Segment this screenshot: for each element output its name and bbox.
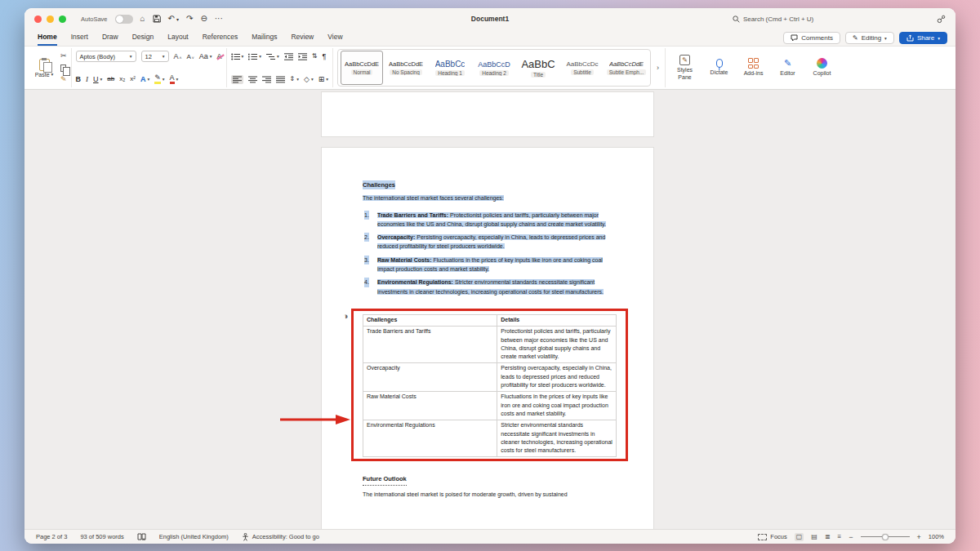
- grow-font-icon: A: [174, 52, 179, 60]
- paste-button[interactable]: Paste▾: [32, 59, 56, 78]
- tab-view[interactable]: View: [327, 33, 342, 46]
- autosave-toggle[interactable]: [115, 15, 133, 24]
- line-spacing-button[interactable]: ⇕▾: [290, 76, 299, 82]
- bold-button[interactable]: B: [76, 76, 82, 83]
- tab-mailings[interactable]: Mailings: [252, 33, 277, 46]
- redo-icon[interactable]: ↷: [186, 15, 193, 23]
- format-painter-icon[interactable]: ✎: [60, 76, 67, 83]
- more-commands-icon[interactable]: ···: [215, 15, 223, 23]
- shrink-font-button[interactable]: A˅: [186, 53, 194, 60]
- copilot-margin-icon[interactable]: ◑: [343, 312, 349, 321]
- highlight-button[interactable]: ✎▾: [154, 74, 164, 84]
- editing-mode-dropdown[interactable]: ✎ Editing ▾: [845, 32, 894, 44]
- save-icon[interactable]: [153, 15, 161, 23]
- share-button[interactable]: Share ▾: [899, 32, 947, 44]
- increase-indent-button[interactable]: [298, 53, 307, 60]
- cut-icon[interactable]: ✂: [60, 52, 67, 60]
- font-color-button[interactable]: A▾: [170, 74, 179, 84]
- clear-formatting-icon[interactable]: A: [217, 53, 222, 60]
- align-left-button[interactable]: [231, 75, 243, 84]
- view-outline-button[interactable]: ≡: [838, 534, 842, 540]
- bullets-button[interactable]: ▾: [231, 53, 244, 60]
- editor-button[interactable]: ✎ Editor: [773, 58, 803, 77]
- share-presence-icon[interactable]: [937, 15, 946, 24]
- print-icon[interactable]: ⊖: [200, 15, 207, 23]
- accessibility-status[interactable]: Accessibility: Good to go: [242, 533, 319, 541]
- language-indicator[interactable]: English (United Kingdom): [159, 533, 229, 540]
- proofing-icon[interactable]: [137, 533, 146, 540]
- styles-group: AaBbCcDdE Normal AaBbCcDdE No Spacing Aa…: [333, 48, 666, 87]
- zoom-window-button[interactable]: [59, 16, 66, 23]
- page-indicator[interactable]: Page 2 of 3: [36, 533, 67, 540]
- tab-home[interactable]: Home: [38, 33, 57, 46]
- style-normal[interactable]: AaBbCcDdE Normal: [341, 51, 383, 85]
- view-print-layout-button[interactable]: ▢: [795, 533, 804, 541]
- numbering-button[interactable]: ▾: [248, 53, 261, 60]
- view-read-mode-button[interactable]: ▤: [811, 534, 817, 540]
- text-effects-icon: A: [140, 76, 146, 83]
- add-ins-button[interactable]: Add-ins: [738, 58, 768, 77]
- dictate-button[interactable]: Dictate: [704, 59, 734, 76]
- text-effects-button[interactable]: A▾: [140, 76, 149, 83]
- shading-button[interactable]: ◇▾: [304, 76, 314, 83]
- undo-button[interactable]: ↶ ▾: [168, 15, 179, 23]
- search-input[interactable]: Search (Cmd + Ctrl + U): [733, 16, 855, 23]
- document-canvas[interactable]: Challenges The international steel marke…: [24, 90, 956, 529]
- decrease-indent-button[interactable]: [284, 53, 293, 60]
- paragraph-group: ▾ ▾ ▾ ⇅ ¶: [227, 48, 333, 87]
- tab-insert[interactable]: Insert: [71, 33, 88, 46]
- tab-layout[interactable]: Layout: [167, 33, 189, 46]
- tab-review[interactable]: Review: [291, 33, 314, 46]
- copilot-button[interactable]: Copilot: [807, 58, 837, 77]
- zoom-out-button[interactable]: −: [849, 533, 853, 541]
- minimize-window-button[interactable]: [47, 16, 54, 23]
- font-name-combobox[interactable]: Aptos (Body) ▾: [76, 51, 136, 62]
- copy-icon[interactable]: [60, 64, 66, 72]
- zoom-slider[interactable]: [861, 536, 910, 537]
- show-formatting-marks-icon[interactable]: ¶: [323, 53, 327, 60]
- superscript-button[interactable]: x²: [130, 76, 136, 82]
- multilevel-list-button[interactable]: ▾: [266, 53, 279, 60]
- zoom-level[interactable]: 100%: [929, 533, 944, 540]
- comments-button[interactable]: Comments: [783, 32, 840, 44]
- style-heading-2[interactable]: AaBbCcD Heading 2: [473, 51, 515, 85]
- style-subtitle[interactable]: AaBbCcDc Subtitle: [561, 51, 604, 85]
- tab-draw[interactable]: Draw: [102, 33, 118, 46]
- challenges-list: 1. Trade Barriers and Tariffs:Protection…: [363, 211, 612, 296]
- styles-gallery-more-icon[interactable]: ›: [655, 64, 661, 72]
- style-heading-1[interactable]: AaBbCc Heading 1: [429, 51, 471, 85]
- focus-mode-button[interactable]: Focus: [758, 533, 786, 540]
- zoom-in-button[interactable]: +: [917, 533, 921, 541]
- style-subtle-emphasis[interactable]: AaBbCcDdE Subtle Emph...: [605, 51, 648, 85]
- paste-icon: [39, 59, 50, 71]
- sort-icon[interactable]: ⇅: [312, 53, 318, 60]
- change-case-icon: Aa: [199, 53, 208, 60]
- table-cell: Stricter environmental standards necessi…: [497, 420, 617, 457]
- style-title[interactable]: AaBbC Title: [517, 51, 559, 85]
- page-2[interactable]: Challenges The international steel marke…: [321, 147, 654, 529]
- home-icon[interactable]: ⌂: [140, 15, 145, 23]
- word-count[interactable]: 93 of 509 words: [80, 533, 123, 540]
- share-icon: [906, 34, 914, 42]
- borders-button[interactable]: ⊞▾: [318, 76, 328, 83]
- justify-button[interactable]: [276, 76, 285, 83]
- grow-font-button[interactable]: A˄: [174, 52, 182, 60]
- subscript-button[interactable]: x₂: [119, 76, 125, 82]
- font-size-combobox[interactable]: 12 ▾: [141, 51, 169, 62]
- change-case-button[interactable]: Aa▾: [199, 53, 212, 60]
- underline-button[interactable]: U▾: [93, 76, 102, 83]
- close-window-button[interactable]: [34, 16, 42, 23]
- italic-button[interactable]: I: [86, 76, 88, 83]
- table-row: Trade Barriers and Tariffs Protectionist…: [363, 327, 617, 363]
- style-no-spacing[interactable]: AaBbCcDdE No Spacing: [385, 51, 427, 85]
- clipboard-group: Paste▾ ✂ ✎: [28, 48, 72, 87]
- view-web-layout-button[interactable]: ≣: [825, 534, 831, 540]
- strikethrough-button[interactable]: ab: [107, 76, 114, 82]
- styles-pane-button[interactable]: ✎ Styles Pane: [670, 55, 700, 80]
- zoom-slider-thumb[interactable]: [882, 534, 889, 540]
- align-center-button[interactable]: [248, 76, 257, 83]
- challenges-table[interactable]: Challenges Details Trade Barriers and Ta…: [363, 314, 617, 457]
- tab-references[interactable]: References: [203, 33, 238, 46]
- tab-design[interactable]: Design: [132, 33, 154, 46]
- align-right-button[interactable]: [262, 76, 271, 83]
